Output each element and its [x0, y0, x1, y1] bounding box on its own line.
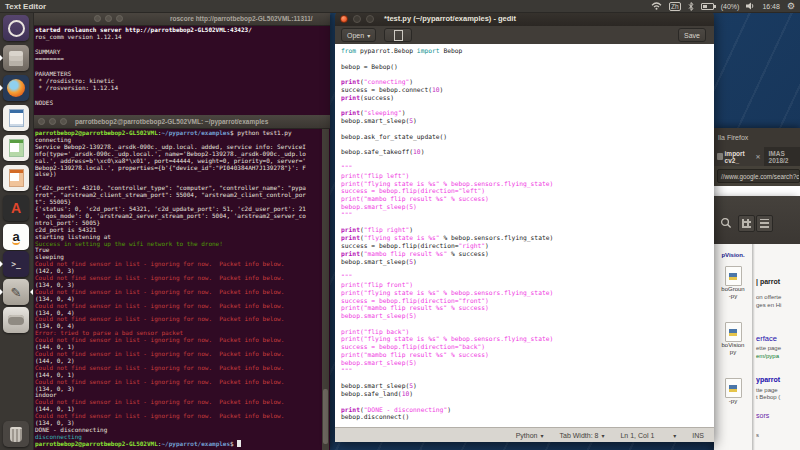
firefox-tab[interactable]: IMAS 2018/2: [769, 150, 800, 164]
file-item[interactable]: -py: [714, 378, 752, 405]
statusbar-dropdown-caret[interactable]: [670, 432, 676, 439]
gedit-window[interactable]: *test.py (~/pyparrot/examples) - gedit O…: [335, 11, 714, 442]
code-body-line: [341, 102, 553, 110]
bluetooth-icon[interactable]: [688, 2, 694, 11]
code-editor-area[interactable]: from pyparrot.Bebop import Bebop bebop =…: [335, 44, 714, 427]
term1-body-line: [35, 41, 252, 48]
code-body-line: print("mambo flip result %s" % success): [341, 250, 553, 258]
maximize-icon[interactable]: [116, 15, 123, 22]
launcher-item-gedit[interactable]: ✎: [3, 279, 29, 305]
unity-launcher: A a >_ ✎: [0, 12, 34, 450]
volume-icon[interactable]: [746, 2, 755, 10]
launcher-item-dash[interactable]: [3, 15, 29, 41]
close-icon[interactable]: [38, 118, 45, 125]
launcher-item-files[interactable]: [3, 45, 29, 71]
term2-body-line: Could not find sensor in list - ignoring…: [35, 261, 306, 268]
writer-document-icon: [9, 109, 24, 127]
file-browser-window[interactable]: pVision. boGroun -py boVision py -py | p…: [714, 196, 800, 450]
term2-body-line: Could not find sensor in list - ignoring…: [35, 379, 306, 386]
a-app-icon: A: [11, 200, 21, 216]
code-body-line: [341, 55, 553, 63]
save-button[interactable]: Save: [678, 28, 706, 42]
tab-close-icon[interactable]: ✕: [756, 153, 761, 160]
open-button[interactable]: Open: [341, 28, 376, 42]
code-body-line: [341, 219, 553, 227]
launcher-item-libreoffice-impress[interactable]: [3, 165, 29, 191]
battery-percent: (40%): [721, 3, 740, 10]
amazon-icon: a: [12, 230, 19, 245]
new-document-button[interactable]: [384, 28, 412, 42]
launcher-item-trash[interactable]: [3, 421, 29, 447]
file-browser-headerbar[interactable]: [714, 196, 800, 245]
clock[interactable]: 16:48: [762, 3, 780, 10]
maximize-icon[interactable]: [366, 15, 374, 23]
code-body-line: bebop.ask_for_state_update(): [341, 133, 553, 141]
gedit-titlebar[interactable]: *test.py (~/pyparrot/examples) - gedit: [335, 11, 714, 26]
minimize-icon[interactable]: [49, 118, 56, 125]
launcher-item-libreoffice-calc[interactable]: [3, 135, 29, 161]
maximize-icon[interactable]: [60, 118, 67, 125]
file-item[interactable]: pVision.: [714, 252, 752, 259]
launcher-item-a-app[interactable]: A: [3, 195, 29, 221]
window-title: *test.py (~/pyparrot/examples) - gedit: [384, 14, 516, 23]
language-selector[interactable]: Python: [516, 432, 544, 439]
code-body-line: from pyparrot.Bebop import Bebop: [341, 47, 553, 55]
battery-icon[interactable]: [701, 3, 714, 10]
firefox-urlbar: //www.google.com/search?client=: [714, 166, 800, 186]
launcher-item-amazon[interactable]: a: [3, 224, 29, 250]
code-body-line: bebop.smart_sleep(5): [341, 359, 553, 367]
file-label: pVision.: [714, 252, 752, 259]
appmenu-title[interactable]: Text Editor: [5, 2, 46, 11]
file-item[interactable]: boGroun -py: [714, 266, 752, 300]
term1-body-line: NODES: [35, 99, 252, 106]
search-result-fragment: t Bebop (: [756, 394, 780, 400]
bebop-terminal-output[interactable]: parrotbebop2@parrotbebop2-GL502VML:~/pyp…: [35, 130, 306, 448]
launcher-item-terminal[interactable]: >_: [3, 251, 29, 277]
terminal-scrollbar[interactable]: [322, 129, 329, 450]
bebop-terminal-titlebar[interactable]: parrotbebop2@parrotbebop2-GL502VML: ~/py…: [33, 115, 330, 129]
minimize-icon[interactable]: [105, 15, 112, 22]
file-list[interactable]: pVision. boGroun -py boVision py -py | p…: [714, 244, 800, 450]
code-body-line: [341, 70, 553, 78]
launcher-item-firefox[interactable]: [3, 75, 29, 101]
search-result-link[interactable]: yparrot: [756, 376, 780, 383]
code-body-line: print("flying state is %s" % bebop.senso…: [341, 234, 553, 242]
wifi-icon[interactable]: [651, 2, 662, 10]
python-file-icon: [725, 266, 742, 286]
minimize-icon[interactable]: [353, 15, 361, 23]
search-result-visited-link[interactable]: sors: [756, 412, 769, 419]
keyboard-layout-indicator[interactable]: Zh: [669, 2, 681, 11]
text-editor-icon: ✎: [11, 285, 22, 300]
file-label: -py: [714, 398, 752, 405]
code-body-line: print("flip left"): [341, 172, 553, 180]
firefox-titlebar[interactable]: lla Firefox: [714, 128, 800, 147]
window-title: roscore http://parrotbebop2-GL502VML:113…: [170, 15, 313, 22]
terminal-window[interactable]: roscore http://parrotbebop2-GL502VML:113…: [33, 12, 330, 450]
launcher-item-libreoffice-writer[interactable]: [3, 105, 29, 131]
code-body-line: success = bebop.connect(10): [341, 86, 553, 94]
session-gear-icon[interactable]: ⚙: [787, 2, 795, 11]
grid-view-button[interactable]: [738, 215, 755, 232]
code-body-line: success = bebop.flip(direction="back"): [341, 343, 553, 351]
code-body-line: print("mambo flip result %s" % success): [341, 351, 553, 359]
tab-width-selector[interactable]: Tab Width: 8: [560, 432, 605, 439]
code-body-line: print("mambo flip result %s" % success): [341, 195, 553, 203]
roscore-terminal-titlebar[interactable]: roscore http://parrotbebop2-GL502VML:113…: [33, 12, 330, 26]
python-file-icon: [725, 322, 742, 342]
list-view-button[interactable]: [756, 215, 773, 232]
roscore-terminal-output[interactable]: started roslaunch server http://parrotbe…: [35, 26, 252, 106]
search-icon[interactable]: [720, 217, 732, 229]
close-icon[interactable]: [94, 15, 101, 22]
launcher-item-disks[interactable]: [3, 307, 29, 333]
search-result-fragment: ges en Hi: [756, 302, 781, 308]
term1-body-line: [35, 92, 252, 99]
url-input[interactable]: //www.google.com/search?client=: [717, 169, 800, 183]
term1-body-line: * /rosversion: 1.12.14: [35, 84, 252, 91]
file-item[interactable]: boVision py: [714, 322, 752, 356]
close-icon[interactable]: [340, 15, 348, 23]
search-result-link[interactable]: erface: [756, 334, 777, 343]
code-body-line: print("DONE - disconnecting"): [341, 406, 553, 414]
hard-disk-icon: [8, 315, 24, 325]
firefox-tab-active[interactable]: import cv2_ ✕: [714, 147, 764, 166]
tab-favicon: [717, 153, 723, 160]
